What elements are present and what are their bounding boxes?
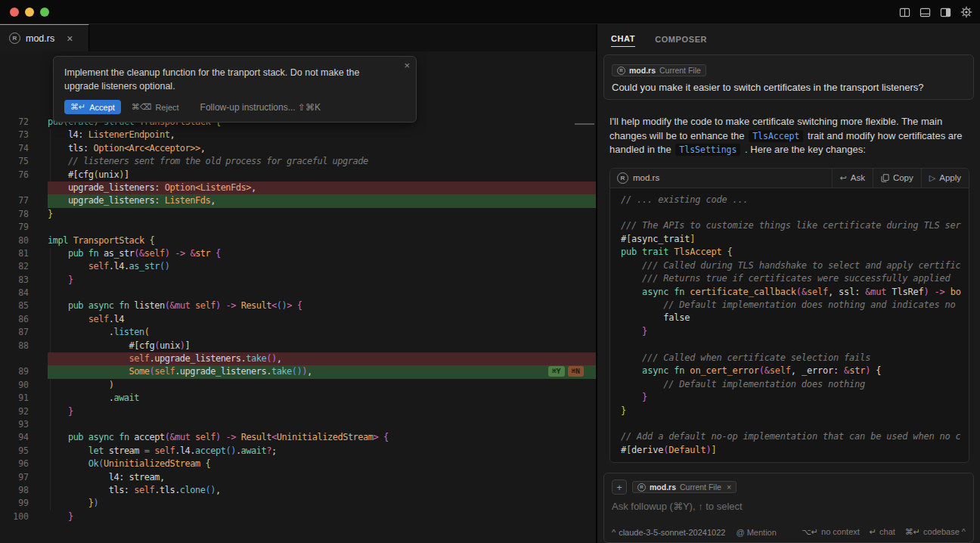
chat-input-field[interactable] [612, 501, 966, 517]
code-line: 87 .listen( [0, 326, 596, 339]
reject-button[interactable]: ⌘⌫ Reject [132, 102, 179, 112]
minimize-window-button[interactable] [25, 8, 34, 17]
tab-chat[interactable]: CHAT [611, 34, 635, 47]
code-line: // Add a default no-op implementation th… [621, 430, 969, 443]
followup-instructions-button[interactable]: Follow-up instructions... ⇧⌘K [200, 102, 321, 113]
code-line: 86 self.l4 [0, 313, 596, 326]
close-window-button[interactable] [10, 8, 19, 17]
code-line: 94 pub async fn accept(&mut self) -> Res… [0, 431, 596, 444]
code-line: 98 tls: self.tls.clone(), [0, 484, 596, 497]
window-controls [10, 8, 49, 17]
code-line [621, 206, 969, 219]
ask-button[interactable]: ↩ Ask [832, 169, 873, 188]
line-number: 75 [0, 155, 48, 168]
chat-body: R mod.rs Current File Could you make it … [597, 54, 980, 543]
split-editor-icon[interactable] [898, 6, 911, 19]
editor-tab-bar: R mod.rs × [0, 24, 596, 51]
code-line: 84 [0, 287, 596, 299]
assistant-message-text: I'll help modify the code to make certif… [609, 115, 968, 157]
toggle-panel-icon[interactable] [919, 6, 932, 19]
app-window: R mod.rs × 72pub(crate) struct Transport… [0, 0, 980, 543]
copy-button[interactable]: Copy [873, 169, 921, 188]
context-chip[interactable]: R mod.rs Current File [612, 64, 706, 76]
code-line: #[derive(Default)] [621, 444, 969, 457]
code-line: } [621, 405, 969, 417]
chat-submit-hint[interactable]: ↵chat [870, 527, 895, 537]
tab-close-icon[interactable]: × [67, 33, 73, 45]
user-message-text: Could you make it easier to switch certi… [612, 82, 966, 93]
code-line: 96 Ok(UninitializedStream { [0, 458, 596, 470]
chat-code-block: R mod.rs ↩ Ask Copy [609, 168, 969, 464]
editor-body[interactable]: 72pub(crate) struct TransportStack {73 l… [0, 51, 596, 543]
line-number: 73 [0, 129, 48, 141]
code-line: async fn on_cert_error(&self, _error: &s… [621, 365, 969, 377]
line-number: 80 [0, 234, 48, 247]
remove-context-icon[interactable]: × [727, 482, 731, 492]
add-context-button[interactable]: + [612, 479, 627, 495]
accept-shortcut: ⌘↵ [70, 102, 85, 112]
editor-pane: R mod.rs × 72pub(crate) struct Transport… [0, 24, 596, 543]
code-line [621, 417, 969, 430]
reply-arrow-icon: ↩ [840, 173, 847, 183]
model-selector[interactable]: ^ claude-3-5-sonnet-20241022 [612, 528, 725, 537]
code-line: 79 [0, 221, 596, 234]
tab-label: mod.rs [26, 33, 54, 44]
copy-icon [881, 174, 889, 182]
chat-input-box[interactable]: + R mod.rs Current File × ^ claude-3-5-s… [603, 473, 974, 543]
diff-added-line: 77 upgrade_listeners: ListenFds, [0, 194, 596, 207]
accept-diff-badge[interactable]: ⌘Y [548, 366, 564, 377]
accept-button[interactable]: ⌘↵ Accept [64, 100, 121, 114]
line-number: 84 [0, 287, 48, 299]
user-message: R mod.rs Current File Could you make it … [603, 54, 974, 100]
code-line: 76 #[cfg(unix)] [0, 169, 596, 182]
mention-button[interactable]: @ Mention [736, 528, 776, 537]
line-number: 100 [0, 510, 48, 523]
play-icon: ▷ [929, 173, 935, 183]
code-line: 74 tls: Option<Arc<Acceptor>>, [0, 142, 596, 155]
context-chip[interactable]: R mod.rs Current File × [632, 481, 737, 493]
line-number: 99 [0, 497, 48, 510]
settings-gear-icon[interactable] [960, 6, 972, 19]
line-number: 94 [0, 431, 48, 444]
code-line [621, 338, 969, 351]
line-number: 98 [0, 484, 48, 497]
chat-pane: CHAT COMPOSER R mod.rs Current File Coul… [596, 24, 980, 543]
line-number: 87 [0, 326, 48, 339]
code-line: /// Returns true if certificates were su… [621, 272, 969, 285]
diff-badges: ⌘Y⌘N [548, 366, 584, 377]
prompt-close-icon[interactable]: × [404, 60, 410, 71]
code-line: 97 l4: stream, [0, 471, 596, 484]
code-line: } [621, 325, 969, 338]
chat-input-footer: ^ claude-3-5-sonnet-20241022 @ Mention ⌥… [612, 527, 966, 537]
line-number: 97 [0, 471, 48, 484]
line-number: 74 [0, 142, 48, 155]
code-line: 85 pub async fn listen(&mut self) -> Res… [0, 299, 596, 312]
line-number: 95 [0, 445, 48, 458]
toggle-secondary-sidebar-icon[interactable] [939, 6, 952, 19]
code-line: /// The APIs to customize things like ce… [621, 219, 969, 232]
line-number: 72 [0, 116, 48, 129]
rust-file-icon: R [9, 33, 20, 44]
code-line: 99 }) [0, 497, 596, 510]
zoom-window-button[interactable] [40, 8, 49, 17]
codebase-submit-hint[interactable]: ⌘↵codebase ^ [905, 527, 966, 537]
code-line: // ... existing code ... [621, 194, 969, 206]
line-number [0, 352, 48, 365]
rust-file-icon: R [617, 67, 625, 75]
line-number: 83 [0, 274, 48, 287]
code-line: 93 [0, 418, 596, 431]
code-line: // Default implementation does nothing [621, 378, 969, 391]
reject-diff-badge[interactable]: ⌘N [568, 366, 584, 377]
code-block-filename: mod.rs [633, 173, 832, 182]
code-block-content: // ... existing code .../// The APIs to … [610, 188, 969, 463]
line-number: 77 [0, 194, 48, 207]
code-line: 81 pub fn as_str(&self) -> &str { [0, 247, 596, 260]
code-line: 100 } [0, 510, 596, 523]
tab-mod-rs[interactable]: R mod.rs × [0, 24, 89, 51]
tab-composer[interactable]: COMPOSER [655, 35, 707, 47]
code-line: 88 #[cfg(unix)] [0, 340, 596, 352]
inline-code: TlsAccept [749, 130, 803, 142]
no-context-hint[interactable]: ⌥↵no context [802, 527, 860, 537]
rust-file-icon: R [637, 483, 646, 492]
apply-button[interactable]: ▷ Apply [921, 169, 969, 188]
